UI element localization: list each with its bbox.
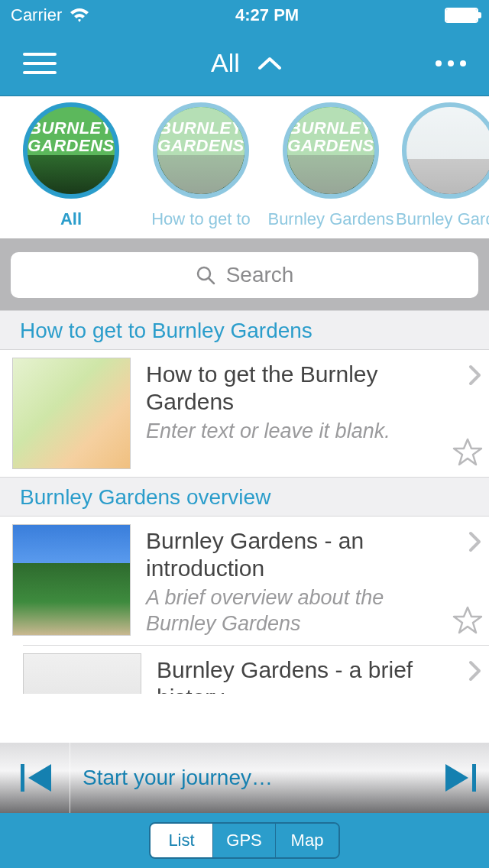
wifi-icon	[70, 8, 89, 23]
nav-title-label: All	[211, 48, 240, 78]
category-item-howto[interactable]: BURNLEY GARDENS How to get to	[136, 102, 266, 229]
svg-rect-2	[21, 764, 24, 792]
tab-gps[interactable]: GPS	[213, 824, 276, 857]
svg-rect-3	[472, 764, 476, 792]
item-thumbnail	[12, 358, 131, 469]
view-segmented-control: List GPS Map	[149, 822, 340, 859]
search-area: Search	[0, 240, 489, 310]
player-title[interactable]: Start your journey…	[70, 766, 434, 790]
nav-title-dropdown[interactable]: All	[211, 48, 281, 78]
category-thumb: BURNLEY GARDENS	[153, 102, 249, 199]
tab-list[interactable]: List	[151, 824, 213, 857]
chevron-right-icon	[468, 659, 483, 685]
category-item-burnley[interactable]: BURNLEY GARDENS Burnley Gardens	[266, 102, 396, 229]
category-thumb	[402, 102, 489, 199]
category-label: All	[60, 209, 82, 229]
tab-map[interactable]: Map	[276, 824, 338, 857]
item-subtitle: Enter text or leave it blank.	[146, 419, 446, 445]
category-label: Burnley Garde	[396, 209, 489, 229]
category-item-all[interactable]: BURNLEY GARDENS All	[6, 102, 136, 229]
search-icon	[196, 265, 215, 285]
chevron-right-icon	[468, 364, 483, 390]
more-button[interactable]	[436, 60, 466, 66]
item-thumbnail	[12, 524, 131, 636]
item-subtitle: A brief overview about the Burnley Garde…	[146, 585, 446, 637]
menu-button[interactable]	[23, 53, 57, 74]
clock: 4:27 PM	[235, 5, 299, 25]
list-item[interactable]: How to get the Burnley Gardens Enter tex…	[0, 350, 489, 477]
list-item[interactable]: Burnley Gardens - a brief history A hist…	[23, 645, 489, 694]
player-bar: Start your journey…	[0, 743, 489, 813]
category-item-photo[interactable]: Burnley Garde	[396, 102, 489, 229]
section-header: Burnley Gardens overview	[0, 477, 489, 517]
nav-bar: All	[0, 31, 489, 96]
next-button[interactable]	[434, 761, 489, 795]
prev-button[interactable]	[0, 743, 70, 813]
category-label: Burnley Gardens	[267, 209, 393, 229]
category-thumb: BURNLEY GARDENS	[23, 102, 119, 199]
item-thumbnail	[23, 653, 141, 694]
carrier-label: Carrier	[11, 5, 62, 25]
svg-line-1	[209, 278, 214, 283]
category-label: How to get to	[151, 209, 251, 229]
list-item[interactable]: Burnley Gardens - an introduction A brie…	[0, 517, 489, 645]
item-title: Burnley Gardens - a brief history	[157, 656, 446, 694]
bottom-tabbar: List GPS Map	[0, 813, 489, 868]
star-icon[interactable]	[452, 437, 483, 471]
status-bar: Carrier 4:27 PM	[0, 0, 489, 31]
chevron-up-icon	[258, 57, 281, 70]
star-icon[interactable]	[452, 605, 483, 639]
item-title: How to get the Burnley Gardens	[146, 361, 446, 416]
category-scroller[interactable]: BURNLEY GARDENS All BURNLEY GARDENS How …	[0, 96, 489, 240]
chevron-right-icon	[468, 530, 483, 556]
search-input[interactable]: Search	[11, 252, 478, 298]
section-header: How to get to Burnley Gardens	[0, 310, 489, 350]
battery-icon	[445, 8, 478, 23]
item-title: Burnley Gardens - an introduction	[146, 527, 446, 582]
search-placeholder: Search	[226, 263, 294, 287]
category-thumb: BURNLEY GARDENS	[283, 102, 379, 199]
